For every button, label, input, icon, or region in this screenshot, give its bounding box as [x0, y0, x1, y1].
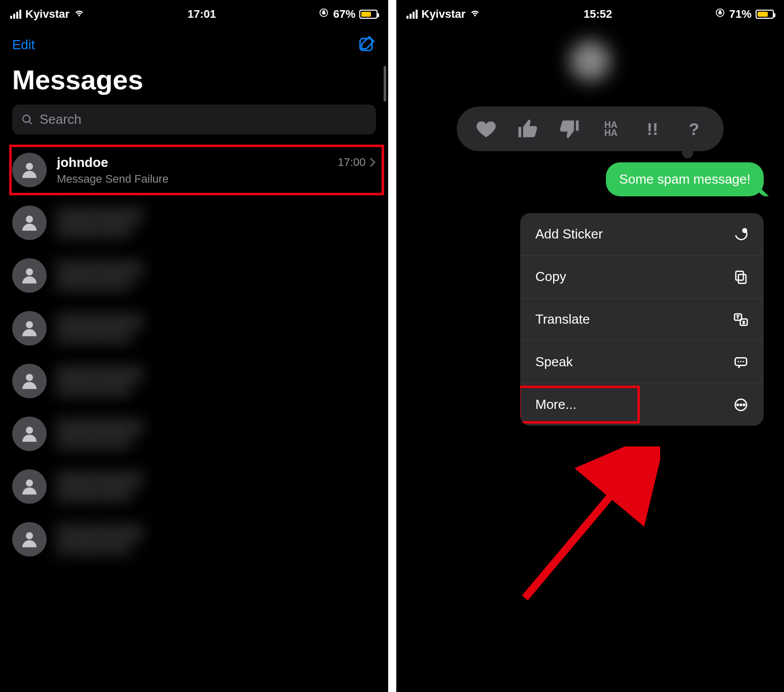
tapback-thumbs-down-icon[interactable] — [557, 117, 582, 141]
search-input[interactable]: Search — [12, 105, 376, 134]
message-context-menu: Add Sticker Copy Translate Speak More... — [520, 213, 764, 426]
conversation-row[interactable] — [0, 355, 388, 407]
conversation-list: johndoe 17:00 Message Send Failure — [0, 144, 388, 566]
conversation-row[interactable] — [0, 302, 388, 355]
conversation-row[interactable] — [0, 513, 388, 566]
conversation-row[interactable] — [0, 407, 388, 460]
message-text: Some spam message! — [619, 171, 751, 187]
avatar — [12, 311, 47, 345]
svg-rect-13 — [736, 271, 743, 280]
svg-point-5 — [26, 321, 33, 328]
svg-point-3 — [26, 216, 33, 223]
conversation-time: 17:00 — [337, 156, 376, 169]
menu-add-sticker[interactable]: Add Sticker — [520, 213, 764, 256]
translate-icon — [733, 312, 748, 327]
tapback-exclaim-icon[interactable]: !! — [640, 117, 665, 141]
conversation-row[interactable] — [0, 196, 388, 249]
avatar — [12, 522, 47, 557]
avatar — [12, 153, 47, 187]
message-bubble[interactable]: Some spam message! — [606, 162, 764, 196]
battery-percent: 67% — [333, 8, 355, 21]
menu-more[interactable]: More... — [520, 384, 764, 426]
svg-point-20 — [743, 404, 745, 405]
avatar — [12, 258, 47, 293]
wifi-icon — [74, 7, 85, 21]
tapback-thumbs-up-icon[interactable] — [516, 117, 540, 141]
svg-point-18 — [737, 404, 738, 405]
compose-icon[interactable] — [358, 34, 376, 55]
tapback-heart-icon[interactable] — [474, 117, 498, 141]
battery-icon — [359, 10, 378, 19]
search-placeholder: Search — [40, 112, 81, 127]
edit-button[interactable]: Edit — [12, 37, 35, 53]
message-context-menu-screen: Kyivstar 15:52 71% HA HA !! ? Some spam … — [396, 0, 785, 692]
menu-speak[interactable]: Speak — [520, 341, 764, 384]
svg-point-9 — [26, 532, 33, 539]
rotation-lock-icon — [319, 8, 329, 21]
svg-rect-12 — [738, 274, 746, 284]
conversation-row[interactable]: johndoe 17:00 Message Send Failure — [0, 144, 388, 196]
speak-icon — [733, 355, 748, 370]
copy-icon — [733, 269, 748, 285]
svg-point-8 — [26, 479, 33, 487]
avatar — [12, 205, 47, 240]
tapback-bar: HA HA !! ? — [457, 107, 724, 151]
avatar — [12, 469, 47, 504]
rotation-lock-icon — [715, 8, 725, 21]
cellular-signal-icon — [10, 10, 21, 19]
tapback-haha-icon[interactable]: HA HA — [599, 117, 623, 141]
search-icon — [21, 114, 33, 126]
status-time: 17:01 — [188, 8, 216, 21]
svg-point-19 — [740, 404, 742, 405]
svg-point-6 — [26, 374, 33, 381]
status-time: 15:52 — [584, 8, 612, 21]
conversation-row[interactable] — [0, 249, 388, 302]
wifi-icon — [469, 7, 481, 21]
menu-copy[interactable]: Copy — [520, 256, 764, 298]
page-title: Messages — [0, 60, 388, 105]
svg-point-4 — [26, 268, 33, 275]
conversation-name: johndoe — [57, 155, 108, 170]
more-icon — [733, 397, 748, 412]
status-bar: Kyivstar 15:52 71% — [396, 0, 785, 25]
sticker-icon — [733, 227, 748, 242]
carrier-label: Kyivstar — [422, 8, 466, 21]
svg-point-2 — [26, 163, 33, 170]
menu-translate[interactable]: Translate — [520, 298, 764, 341]
avatar — [12, 364, 47, 398]
messages-list-screen: Kyivstar 17:01 67% Edit Messages Search — [0, 0, 388, 692]
tapback-question-icon[interactable]: ? — [682, 117, 706, 141]
cellular-signal-icon — [406, 10, 418, 19]
conversation-preview: Message Send Failure — [57, 172, 376, 186]
contact-avatar-blurred — [570, 41, 610, 81]
battery-percent: 71% — [729, 8, 752, 21]
chevron-right-icon — [369, 157, 376, 167]
conversation-row[interactable] — [0, 460, 388, 513]
battery-icon — [756, 10, 774, 19]
scrollbar[interactable] — [384, 66, 386, 101]
svg-point-7 — [26, 427, 33, 434]
carrier-label: Kyivstar — [25, 8, 70, 21]
status-bar: Kyivstar 17:01 67% — [0, 0, 388, 25]
avatar — [12, 417, 47, 451]
